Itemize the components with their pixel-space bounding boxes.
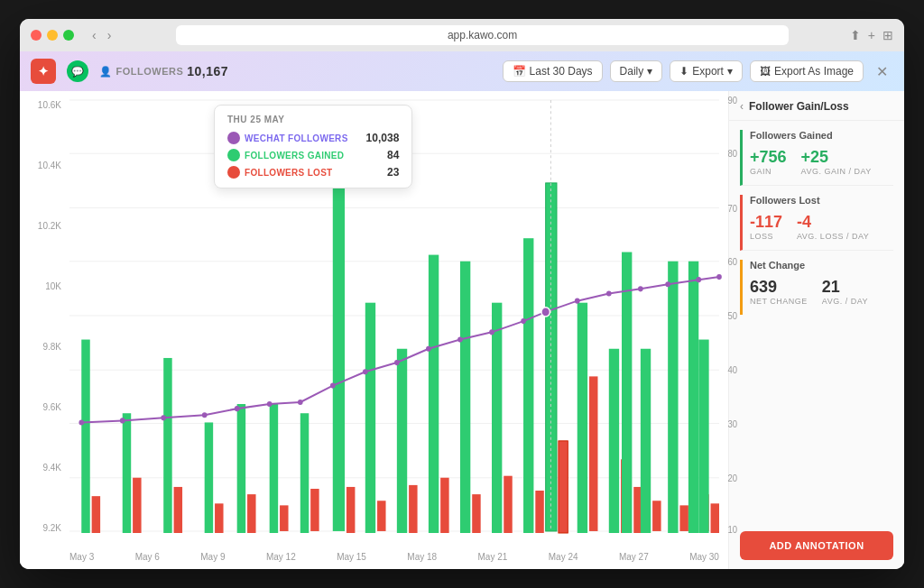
tooltip-wechat-icon bbox=[227, 132, 240, 144]
svg-rect-23 bbox=[333, 183, 345, 531]
followers-person-icon: 👤 bbox=[99, 66, 113, 78]
close-panel-button[interactable]: ✕ bbox=[871, 61, 893, 82]
followers-count: 10,167 bbox=[187, 64, 228, 78]
close-button[interactable] bbox=[31, 30, 42, 41]
x-label-3: May 12 bbox=[266, 552, 296, 562]
svg-rect-33 bbox=[492, 303, 502, 533]
svg-rect-28 bbox=[409, 485, 417, 533]
svg-rect-20 bbox=[280, 505, 288, 531]
svg-point-53 bbox=[79, 419, 84, 425]
right-panel-header: ‹ Follower Gain/Loss bbox=[729, 91, 904, 121]
svg-point-59 bbox=[298, 400, 303, 405]
svg-rect-41 bbox=[609, 349, 619, 533]
date-range-picker[interactable]: 📅 Last 30 Days bbox=[503, 60, 603, 82]
download-icon: ⬇ bbox=[679, 65, 688, 78]
tooltip-wechat-value: 10,038 bbox=[366, 132, 400, 144]
fullscreen-button[interactable] bbox=[63, 30, 74, 41]
panel-title: Follower Gain/Loss bbox=[749, 100, 849, 113]
traffic-lights bbox=[31, 30, 74, 41]
add-tab-icon[interactable]: + bbox=[868, 28, 875, 42]
stat-value-loss-avg: -4 bbox=[797, 213, 869, 232]
back-icon[interactable]: ‹ bbox=[740, 100, 744, 113]
back-button[interactable]: ‹ bbox=[88, 26, 100, 44]
logo-icon: ✦ bbox=[38, 64, 49, 78]
svg-rect-14 bbox=[174, 487, 182, 533]
svg-rect-32 bbox=[472, 494, 480, 533]
svg-point-58 bbox=[267, 401, 273, 407]
svg-rect-24 bbox=[346, 487, 355, 533]
stat-value-gain: +756 bbox=[750, 148, 787, 167]
stat-card-gained-title: Followers Gained bbox=[750, 130, 893, 141]
svg-rect-26 bbox=[377, 501, 385, 531]
right-y-20: 20 bbox=[727, 473, 737, 482]
stat-label-net-avg: AVG. / DAY bbox=[822, 297, 868, 306]
frequency-selector[interactable]: Daily ▾ bbox=[610, 60, 663, 82]
wechat-symbol: 💬 bbox=[71, 66, 84, 78]
svg-point-60 bbox=[330, 383, 336, 389]
svg-point-73 bbox=[716, 274, 722, 280]
tooltip-date: THU 25 MAY bbox=[227, 115, 399, 124]
stat-row-gained: +756 GAIN +25 AVG. GAIN / DAY bbox=[750, 148, 893, 176]
svg-point-54 bbox=[120, 418, 125, 423]
grid-icon[interactable]: ⊞ bbox=[882, 28, 893, 42]
browser-actions: ⬆ + ⊞ bbox=[850, 28, 893, 42]
x-label-2: May 9 bbox=[200, 552, 225, 562]
svg-point-68 bbox=[575, 299, 580, 304]
address-bar[interactable]: app.kawo.com bbox=[176, 25, 788, 45]
tooltip-wechat-metric: WECHAT FOLLOWERS bbox=[227, 132, 348, 144]
svg-rect-48 bbox=[679, 505, 688, 531]
svg-rect-19 bbox=[270, 404, 278, 533]
svg-rect-34 bbox=[504, 476, 512, 533]
tooltip-gained-icon bbox=[227, 149, 240, 161]
date-range-label: Last 30 Days bbox=[530, 65, 593, 78]
export-image-button[interactable]: 🖼 Export As Image bbox=[750, 60, 864, 82]
svg-rect-46 bbox=[652, 501, 661, 531]
add-annotation-button[interactable]: ADD ANNOTATION bbox=[740, 531, 893, 560]
svg-rect-27 bbox=[397, 349, 407, 533]
x-label-6: May 21 bbox=[478, 552, 508, 562]
svg-rect-43 bbox=[622, 253, 632, 533]
y-label-2: 10.2K bbox=[38, 221, 61, 231]
stat-value-gain-avg: +25 bbox=[801, 148, 872, 167]
x-label-4: May 15 bbox=[337, 552, 366, 562]
svg-rect-39 bbox=[578, 303, 587, 533]
stat-label-gain: GAIN bbox=[750, 167, 787, 176]
svg-point-61 bbox=[363, 369, 368, 374]
forward-button[interactable]: › bbox=[104, 26, 116, 44]
share-icon[interactable]: ⬆ bbox=[850, 28, 861, 42]
svg-point-55 bbox=[161, 415, 166, 420]
stats-section: Followers Gained +756 GAIN +25 AVG. GAIN… bbox=[729, 121, 904, 522]
x-label-5: May 18 bbox=[407, 552, 437, 562]
stat-item-net-total: 639 NET CHANGE bbox=[750, 278, 808, 306]
tooltip-row-lost: FOLLOWERS LOST 23 bbox=[227, 166, 399, 179]
right-y-30: 30 bbox=[727, 418, 737, 428]
followers-tab[interactable]: 👤 FOLLOWERS 10,167 bbox=[99, 64, 228, 78]
svg-rect-13 bbox=[163, 358, 171, 533]
export-image-label: Export As Image bbox=[774, 65, 854, 78]
svg-point-56 bbox=[202, 412, 208, 418]
stat-card-lost-title: Followers Lost bbox=[750, 195, 893, 206]
svg-rect-29 bbox=[429, 255, 439, 533]
x-label-0: May 3 bbox=[69, 552, 94, 562]
stat-label-net: NET CHANGE bbox=[750, 297, 808, 306]
svg-rect-22 bbox=[310, 489, 319, 531]
svg-rect-18 bbox=[247, 494, 255, 533]
svg-point-64 bbox=[457, 336, 463, 342]
frequency-label: Daily bbox=[620, 65, 644, 78]
minimize-button[interactable] bbox=[47, 30, 58, 41]
main-area: 10.6K 10.4K 10.2K 10K 9.8K 9.6K 9.4K 9.2… bbox=[20, 91, 904, 569]
svg-rect-52 bbox=[711, 503, 719, 533]
svg-rect-40 bbox=[589, 376, 597, 531]
svg-rect-49 bbox=[688, 262, 698, 533]
chart-tooltip: THU 25 MAY WECHAT FOLLOWERS 10,038 F bbox=[214, 105, 412, 188]
add-annotation-label: ADD ANNOTATION bbox=[769, 540, 864, 551]
export-button[interactable]: ⬇ Export ▾ bbox=[670, 60, 743, 82]
stat-label-loss: LOSS bbox=[750, 232, 782, 241]
chevron-down-icon: ▾ bbox=[647, 65, 652, 78]
stat-item-gain-avg: +25 AVG. GAIN / DAY bbox=[801, 148, 872, 176]
stat-card-gained: Followers Gained +756 GAIN +25 AVG. GAIN… bbox=[740, 130, 893, 186]
export-image-icon: 🖼 bbox=[760, 65, 771, 78]
calendar-icon: 📅 bbox=[513, 65, 526, 78]
svg-point-63 bbox=[426, 346, 431, 352]
svg-rect-11 bbox=[123, 413, 131, 533]
